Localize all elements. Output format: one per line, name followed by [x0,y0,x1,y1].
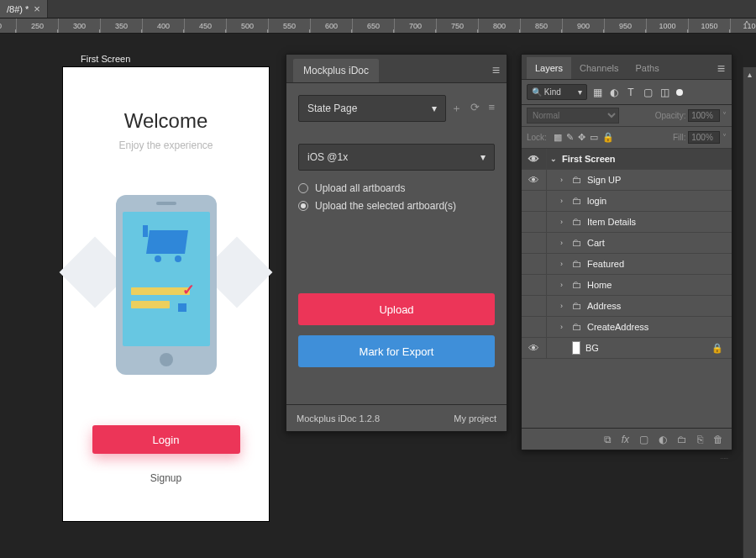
refresh-icon[interactable]: ⟳ [470,101,480,116]
lock-position-icon[interactable]: ✥ [578,132,585,143]
visibility-icon[interactable]: 👁 [522,233,547,253]
layer-item[interactable]: 👁›🗀CreateAddress [522,317,732,338]
layer-item[interactable]: 👁›🗀login [522,191,732,212]
list-icon[interactable]: ≡ [488,101,495,116]
twisty-icon[interactable]: › [560,197,569,205]
chevron-down-icon[interactable]: ˅ [722,111,727,120]
twisty-icon[interactable]: › [560,260,569,268]
signup-link[interactable]: Signup [63,472,269,484]
mask-icon[interactable]: ▢ [639,434,648,445]
filter-shape-icon[interactable]: ▢ [641,86,654,99]
canvas-stage[interactable]: First Screen Welcome Enjoy the experienc… [0,34,756,558]
vertical-scrollbar[interactable]: ▴ [743,67,756,558]
state-page-dropdown[interactable]: State Page ▾ [298,95,446,122]
artboard-first-screen[interactable]: Welcome Enjoy the experience ✓ [63,67,269,521]
project-link[interactable]: My project [454,413,496,424]
layer-item[interactable]: 👁›🗀Item Details [522,212,732,233]
ruler-tick: 200 [0,18,17,34]
new-layer-icon[interactable]: ⎘ [697,434,703,445]
adjustment-icon[interactable]: ◐ [659,434,667,445]
radio-upload-all[interactable]: Upload all artboards [298,182,495,194]
layer-name: Home [587,280,612,290]
ruler-tick: 650 [353,18,395,34]
fill-input[interactable] [688,131,720,144]
radio-label: Upload the selected artboard(s) [315,200,456,212]
kind-filter-dropdown[interactable]: 🔍 Kind▾ [527,84,587,100]
layer-name: CreateAddress [587,322,648,332]
layer-item[interactable]: 👁›🗀Sign UP [522,170,732,191]
visibility-icon[interactable]: 👁 [522,275,547,295]
twisty-icon[interactable]: ⌄ [550,155,559,163]
radio-upload-selected[interactable]: Upload the selected artboard(s) [298,200,495,212]
filter-adjust-icon[interactable]: ◐ [607,86,621,99]
twisty-icon[interactable]: › [560,323,569,331]
visibility-icon[interactable]: 👁 [522,212,547,232]
layers-footer: ⧉ fx ▢ ◐ 🗀 ⎘ 🗑 [522,428,732,450]
scroll-up-icon[interactable]: ▴ [743,67,756,81]
close-icon[interactable]: × [34,3,40,15]
layer-item[interactable]: 👁›🗀Cart [522,233,732,254]
filter-smart-icon[interactable]: ◫ [658,86,671,99]
visibility-icon[interactable]: 👁 [522,254,547,274]
tab-paths[interactable]: Paths [627,57,668,79]
twisty-icon[interactable]: › [560,218,569,226]
add-icon[interactable]: ＋ [451,101,462,116]
state-page-value: State Page [307,103,357,114]
ruler-tick: 350 [101,18,143,34]
tab-layers[interactable]: Layers [527,57,571,79]
lock-brush-icon[interactable]: ✎ [566,132,574,143]
twisty-icon[interactable]: › [560,281,569,289]
visibility-icon[interactable]: 👁 [522,149,547,169]
lock-pixels-icon[interactable]: ▩ [554,132,562,143]
document-tab[interactable]: /8#) * × [0,0,48,18]
filter-toggle-icon[interactable] [676,89,683,96]
radio-label: Upload all artboards [315,182,405,194]
scroll-hint: ····· [720,455,728,461]
upload-button[interactable]: Upload [298,293,495,325]
panel-menu-icon[interactable]: ≡ [492,63,500,78]
twisty-icon[interactable]: › [560,176,569,184]
layer-item[interactable]: 👁›🗀Address [522,296,732,317]
panel-menu-icon[interactable]: ≡ [717,61,725,76]
layer-name: Sign UP [587,175,621,185]
visibility-icon[interactable]: 👁 [522,338,547,358]
trash-icon[interactable]: 🗑 [713,434,723,445]
layer-item[interactable]: 👁›🗀Home [522,275,732,296]
artboard-label[interactable]: First Screen [81,54,130,64]
lock-artboard-icon[interactable]: ▭ [590,132,598,143]
layer-name: Address [587,301,621,311]
twisty-icon[interactable]: › [560,239,569,247]
layer-item[interactable]: 👁›🗀Featured [522,254,732,275]
lock-icon[interactable]: 🔒 [711,343,723,354]
lock-label: Lock: [527,133,547,142]
visibility-icon[interactable]: 👁 [522,191,547,211]
tab-channels[interactable]: Channels [571,57,627,79]
ruler-scroll-icon[interactable]: ˄ [744,20,749,32]
filter-image-icon[interactable]: ▦ [591,86,604,99]
chevron-down-icon[interactable]: ˅ [722,133,727,142]
folder-icon: 🗀 [572,300,582,312]
visibility-icon[interactable]: 👁 [522,296,547,316]
layer-name: Item Details [587,217,636,227]
layer-bg[interactable]: 👁 BG 🔒 [522,338,732,359]
ruler-tick: 550 [269,18,311,34]
twisty-icon[interactable]: › [560,302,569,310]
group-icon[interactable]: 🗀 [677,434,687,445]
ruler-tick: 450 [185,18,227,34]
link-layers-icon[interactable]: ⧉ [604,434,612,445]
layer-name: First Screen [562,154,616,164]
visibility-icon[interactable]: 👁 [522,170,547,190]
blend-mode-dropdown[interactable]: Normal [527,108,619,124]
chevron-down-icon: ▾ [432,103,437,114]
platform-dropdown[interactable]: iOS @1x ▾ [298,144,495,171]
layer-root[interactable]: 👁 ⌄ First Screen [522,149,732,170]
fx-icon[interactable]: fx [622,434,629,445]
mockplus-tab[interactable]: Mockplus iDoc [293,59,379,82]
mark-export-button[interactable]: Mark for Export [298,335,495,367]
lock-all-icon[interactable]: 🔒 [602,132,614,143]
visibility-icon[interactable]: 👁 [522,317,547,337]
opacity-input[interactable] [688,109,720,122]
login-button[interactable]: Login [92,425,240,454]
filter-type-icon[interactable]: T [624,86,638,99]
opacity-label: Opacity: [655,111,686,120]
